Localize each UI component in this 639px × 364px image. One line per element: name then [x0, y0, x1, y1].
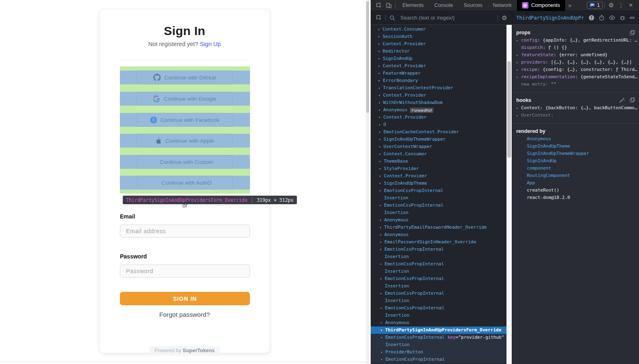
props-row-featureState[interactable]: ▸featureState: {error: undefined} [516, 51, 639, 59]
tree-row-Context.Provider[interactable]: ▾Context.Provider [371, 114, 506, 121]
provider-button-apple[interactable]: Continue with Apple [137, 134, 233, 148]
tree-row-EmotionCssPropInternal[interactable]: ▾EmotionCssPropInternal [371, 290, 506, 297]
tree-row-ProviderButton[interactable]: ▾ProviderButton [371, 349, 506, 356]
tree-row-Context.Provider[interactable]: ▾Context.Provider [371, 40, 506, 48]
tree-row-SessionAuth[interactable]: ▾SessionAuth [371, 33, 506, 40]
expand-arrow-icon[interactable]: ▾ [378, 26, 383, 33]
tree-row-Insertion[interactable]: Insertion [371, 282, 506, 290]
provider-button-autho[interactable]: Continue with AuthO [137, 176, 233, 190]
search-input[interactable]: Search (text or /regex/) [400, 15, 496, 21]
expand-arrow-icon[interactable]: ▾ [378, 48, 383, 55]
tab-components[interactable]: Components [517, 0, 565, 11]
expand-arrow-icon[interactable]: ▾ [378, 136, 383, 143]
email-field[interactable] [120, 225, 250, 238]
expand-arrow-icon[interactable]: ▾ [379, 158, 384, 165]
tree-row-SignInAndUpThemeWrapper[interactable]: ▾SignInAndUpThemeWrapper [371, 136, 506, 143]
expand-arrow-icon[interactable]: ▾ [380, 319, 385, 326]
expand-arrow-icon[interactable]: ▾ [380, 356, 385, 363]
rendered-by-Anonymous[interactable]: Anonymous [516, 135, 639, 143]
rendered-by-SignInAndUpTheme[interactable]: SignInAndUpTheme [516, 143, 639, 150]
inspect-element-icon[interactable] [374, 0, 384, 10]
debug-log-bug-icon[interactable] [619, 15, 626, 21]
props-row-recipeImplementation[interactable]: ▸recipeImplementation: {generateStateToS… [516, 73, 639, 81]
tab-console[interactable]: Console [429, 0, 458, 11]
tree-row-EmotionCacheContext.Provider[interactable]: ▾EmotionCacheContext.Provider [371, 128, 506, 136]
tab-elements[interactable]: Elements [397, 0, 429, 11]
provider-button-github[interactable]: Continue with GitHub [137, 71, 233, 84]
provider-button-custom[interactable]: Continue with Custom [137, 155, 233, 169]
parse-hook-names-wand-icon[interactable] [619, 97, 625, 103]
tree-scrollbar-thumb[interactable] [507, 61, 511, 158]
tree-row-Insertion[interactable]: Insertion [371, 268, 506, 275]
expand-arrow-icon[interactable]: ▾ [378, 121, 383, 128]
tree-row-SignInAndUpTheme[interactable]: ▾SignInAndUpTheme [371, 180, 506, 187]
tree-row-ThemeBase[interactable]: ▾ThemeBase [371, 158, 506, 165]
props-row-new-entry[interactable]: new entry: "" [516, 81, 639, 88]
tree-row-Insertion[interactable]: Insertion [371, 297, 506, 304]
expand-arrow-icon[interactable]: ▸ [516, 104, 521, 112]
props-row-config[interactable]: ▸config: {appInfo: {…}, getRedirectionUR… [516, 37, 639, 44]
expand-arrow-icon[interactable]: ▸ [516, 59, 521, 66]
hooks-row-UserContext[interactable]: ▸UserContext: [516, 112, 639, 119]
expand-arrow-icon[interactable]: ▾ [378, 106, 383, 114]
copy-hooks-icon[interactable] [630, 97, 635, 103]
provider-button-facebook[interactable]: fContinue with Facebook [137, 113, 233, 127]
rendered-by-SignInAndUp[interactable]: SignInAndUp [516, 157, 639, 165]
copy-props-icon[interactable] [630, 30, 635, 35]
expand-arrow-icon[interactable]: ▸ [516, 66, 521, 73]
expand-arrow-icon[interactable]: ▾ [379, 224, 384, 231]
signup-link[interactable]: Sign Up [200, 41, 221, 47]
tree-row-Redirector[interactable]: ▾Redirector [371, 48, 506, 55]
tree-row-EmotionCssPropInternal[interactable]: ▾EmotionCssPropInternalkey="provider-git… [371, 334, 506, 341]
rendered-by-RoutingComponent[interactable]: RoutingComponent [516, 172, 639, 179]
expand-arrow-icon[interactable]: ▾ [378, 70, 383, 77]
tree-row-SignInAndUp[interactable]: ▾SignInAndUp [371, 55, 506, 62]
props-row-dispatch[interactable]: dispatch: ƒ () {} [516, 44, 639, 51]
tree-row-EmotionCssPropInternal[interactable]: ▾EmotionCssPropInternal [371, 275, 506, 282]
issues-badge[interactable]: 1 [587, 2, 603, 9]
rendered-by-component[interactable]: component [516, 165, 639, 172]
tree-row-Context.Consumer[interactable]: ▾Context.Consumer [371, 150, 506, 158]
tree-row-EmailPasswordSignInHeader_Override[interactable]: ▾EmailPasswordSignInHeader_Override [371, 238, 506, 246]
props-row-providers[interactable]: ▸providers: [{…}, {…}, {…}, {…}, {…}, {…… [516, 59, 639, 66]
tree-row-Anonymous[interactable]: ▾Anonymous [371, 231, 506, 238]
components-settings-icon[interactable]: ⚙ [500, 14, 509, 22]
expand-arrow-icon[interactable]: ▸ [516, 37, 521, 44]
expand-arrow-icon[interactable]: ▾ [378, 55, 383, 62]
provider-button-google[interactable]: Continue with Google [137, 92, 233, 106]
expand-arrow-icon[interactable]: ▾ [378, 92, 383, 99]
expand-arrow-icon[interactable]: ▾ [379, 231, 384, 238]
page-scrollbar[interactable] [366, 0, 369, 364]
expand-arrow-icon[interactable]: ▾ [379, 150, 384, 158]
expand-arrow-icon[interactable]: ▾ [380, 349, 385, 356]
tree-row-TranslationContextProvider[interactable]: ▾TranslationContextProvider [371, 84, 506, 92]
expand-arrow-icon[interactable]: ▾ [379, 187, 384, 194]
tree-row-ThirdPartyEmailPasswordHeader_Override[interactable]: ▾ThirdPartyEmailPasswordHeader_Override [371, 224, 506, 231]
tree-row-Insertion[interactable]: Insertion [371, 341, 506, 349]
expand-arrow-icon[interactable]: ▸ [516, 112, 521, 119]
expand-arrow-icon[interactable]: ▾ [378, 114, 383, 121]
expand-arrow-icon[interactable]: ▾ [380, 246, 385, 253]
expand-arrow-icon[interactable]: ▾ [380, 275, 385, 282]
expand-arrow-icon[interactable]: ▾ [379, 143, 384, 150]
tree-row-FeatureWrapper[interactable]: ▾FeatureWrapper [371, 70, 506, 77]
tree-row-EmotionCssPropInternal[interactable]: ▾EmotionCssPropInternal [371, 246, 506, 253]
expand-arrow-icon[interactable]: ▾ [378, 99, 383, 106]
expand-arrow-icon[interactable]: ▾ [380, 260, 385, 268]
tree-row-WithOrWithoutShadowDom[interactable]: ▾WithOrWithoutShadowDom [371, 99, 506, 106]
tree-row-ThirdPartySignInAndUpProvidersForm_Override[interactable]: ▾ThirdPartySignInAndUpProvidersForm_Over… [371, 326, 506, 334]
expand-arrow-icon[interactable]: ▾ [380, 334, 385, 341]
expand-arrow-icon[interactable]: ▾ [379, 202, 384, 209]
expand-arrow-icon[interactable]: ▾ [378, 77, 383, 84]
page-scrollbar-thumb[interactable] [366, 1, 369, 113]
expand-arrow-icon[interactable]: ▾ [379, 180, 384, 187]
expand-arrow-icon[interactable]: ▾ [378, 84, 383, 92]
tree-row-Insertion[interactable]: Insertion [371, 253, 506, 260]
tree-row-Anonymous[interactable]: ▾Anonymous [371, 216, 506, 224]
tree-row-Context.Provider[interactable]: ▾Context.Provider [371, 92, 506, 99]
tree-row-EmotionCssPropInternal[interactable]: ▾EmotionCssPropInternal [371, 356, 506, 363]
tree-row-EmotionCssPropInternal[interactable]: ▾EmotionCssPropInternal [371, 304, 506, 312]
tree-row-Insertion[interactable]: Insertion [371, 209, 506, 216]
inspect-dom-eye-icon[interactable] [609, 15, 615, 21]
rendered-by-SignInAndUpThemeWrapper[interactable]: SignInAndUpThemeWrapper [516, 150, 639, 157]
